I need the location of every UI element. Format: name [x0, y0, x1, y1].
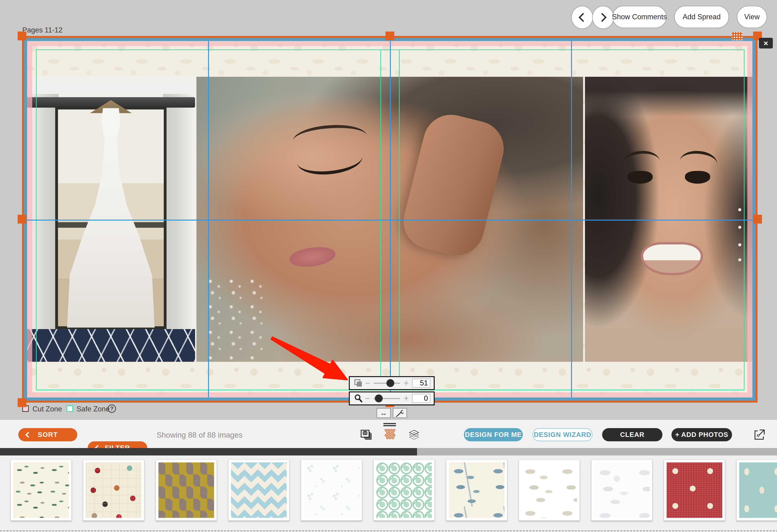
zoom-slider[interactable] [374, 398, 400, 399]
question-icon: ? [110, 405, 114, 412]
photo-wedding-dress[interactable] [27, 77, 195, 362]
fit-width-button[interactable]: ↔ [376, 408, 391, 418]
chevron-left-icon [578, 13, 588, 22]
sort-button[interactable]: SORT [18, 428, 77, 441]
safe-zone-checkbox[interactable] [67, 405, 73, 412]
zoom-minus-button[interactable]: − [365, 394, 370, 403]
design-wizard-button[interactable]: DESIGN WIZARD [533, 428, 592, 441]
zoom-value-input[interactable] [412, 394, 431, 403]
clear-button[interactable]: CLEAR [602, 428, 662, 441]
design-for-me-button[interactable]: DESIGN FOR ME [464, 428, 523, 441]
handle-top-left[interactable] [18, 31, 26, 40]
pattern-dots-icon [384, 429, 395, 439]
pattern-swatch-strip [0, 455, 777, 532]
pattern-drag-handle[interactable] [732, 32, 743, 40]
layers-icon [409, 430, 419, 440]
tab-photos[interactable] [360, 429, 372, 441]
showing-count-text: Showing 88 of 88 images [156, 431, 243, 439]
opacity-slider[interactable] [374, 383, 400, 384]
prev-spread-button[interactable] [571, 6, 593, 29]
strip-scrollbar-thumb[interactable] [0, 448, 417, 455]
pattern-swatch[interactable] [591, 460, 652, 521]
handle-mid-left[interactable] [18, 215, 26, 224]
handle-top-center[interactable] [385, 31, 394, 40]
pattern-swatch[interactable] [10, 460, 72, 521]
add-spread-button[interactable]: Add Spread [674, 6, 729, 28]
adjust-tool-button[interactable] [393, 408, 407, 418]
chevron-left-icon [25, 432, 31, 438]
pattern-swatch[interactable] [155, 460, 217, 521]
chevron-right-icon [597, 13, 607, 22]
handle-mid-right[interactable] [753, 215, 762, 224]
active-tab-indicator [383, 423, 396, 424]
cut-zone-label: Cut Zone [32, 405, 62, 413]
opacity-plus-button[interactable]: + [404, 379, 409, 387]
help-button[interactable]: ? [108, 405, 116, 413]
pattern-swatch[interactable] [519, 460, 580, 521]
close-selection-button[interactable]: × [759, 38, 773, 48]
guide-safe-top [36, 49, 745, 50]
opacity-value-input[interactable] [412, 379, 431, 388]
tab-layers[interactable] [409, 430, 419, 441]
tab-patterns[interactable] [384, 429, 395, 440]
safe-zone-label: Safe Zone [77, 405, 110, 413]
active-tab-indicator [383, 425, 396, 426]
pages-label: Pages 11-12 [22, 26, 63, 34]
opacity-slider-thumb[interactable] [386, 379, 394, 387]
photos-stack-icon [360, 429, 372, 440]
view-button[interactable]: View [737, 6, 767, 28]
next-row-edge [0, 530, 777, 531]
pattern-swatch[interactable] [737, 460, 777, 521]
close-icon: × [764, 39, 768, 48]
pattern-swatch[interactable] [373, 460, 435, 521]
photo-smiling-portrait[interactable] [585, 77, 754, 362]
opacity-icon [353, 379, 364, 388]
export-button[interactable] [753, 429, 766, 442]
pattern-swatch[interactable] [228, 460, 290, 521]
show-comments-button[interactable]: Show Comments [612, 6, 667, 28]
zoom-slider-thumb[interactable] [375, 395, 383, 402]
export-icon [753, 429, 766, 441]
add-photos-button[interactable]: + ADD PHOTOS [671, 428, 732, 441]
pattern-swatch[interactable] [664, 460, 725, 521]
zoom-slider-row: − + [349, 392, 435, 405]
pattern-swatch[interactable] [301, 460, 362, 521]
sort-label: SORT [38, 431, 58, 439]
zoom-icon [353, 394, 364, 403]
zoom-plus-button[interactable]: + [404, 394, 409, 403]
pattern-swatch[interactable] [83, 460, 144, 521]
spread-canvas[interactable] [22, 36, 758, 403]
opacity-minus-button[interactable]: − [365, 379, 370, 387]
opacity-slider-row: − + [349, 376, 435, 390]
fit-width-icon: ↔ [380, 409, 387, 417]
next-spread-button[interactable] [592, 6, 614, 29]
handle-bottom-left[interactable] [18, 398, 26, 407]
pattern-swatch[interactable] [446, 460, 507, 521]
photo-bride-closeup[interactable] [197, 77, 583, 362]
wrench-icon [396, 409, 404, 417]
